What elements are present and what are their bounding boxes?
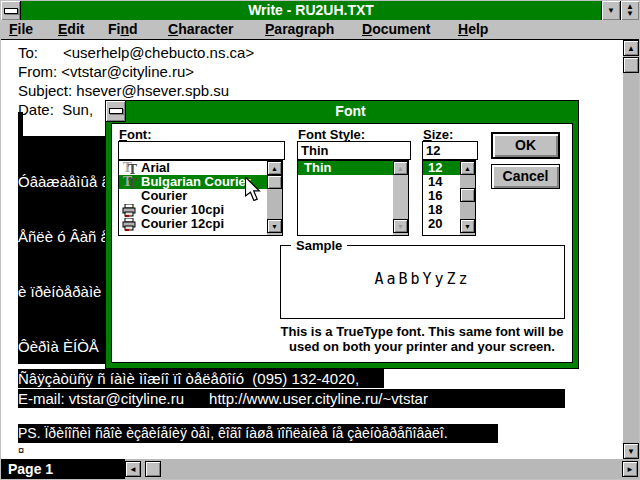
restore-button[interactable]: ▲▼	[620, 1, 639, 20]
font-style-input[interactable]: Thin	[297, 141, 411, 160]
doc-line-subject: Subject: hsever@hsever.spb.su	[18, 82, 229, 99]
mouse-cursor-icon	[245, 177, 261, 205]
scroll-up-button[interactable]: ▲	[460, 161, 475, 175]
dialog-control-menu-button[interactable]	[106, 101, 126, 122]
horizontal-scroll-thumb[interactable]	[145, 461, 161, 477]
vertical-scrollbar[interactable]: ▲ ▼	[623, 40, 639, 459]
minimize-icon: ▼	[607, 6, 615, 15]
truetype-note-line2: used on both your printer and your scree…	[272, 339, 572, 354]
size-list-scroll-thumb[interactable]	[460, 188, 475, 202]
font-style-label: Font Style:	[298, 127, 365, 142]
scroll-down-icon: ▼	[627, 447, 635, 456]
end-of-document-mark: ¤	[18, 444, 24, 456]
selected-text-block: Óâàæàåìûå ã Åñëè ó Âàñ å è ïðèíòåðàìè Ôè…	[18, 136, 105, 364]
menu-character[interactable]: Character	[168, 20, 233, 38]
scroll-left-icon: ◄	[129, 465, 137, 474]
font-dialog: Font Font: Bulgarian Courier Arial Bulga…	[105, 100, 579, 369]
scroll-down-button[interactable]: ▼	[460, 219, 475, 233]
doc-line-from: From: <vtstar@cityline.ru>	[18, 63, 194, 80]
control-menu-button[interactable]	[1, 1, 21, 20]
scroll-up-icon: ▲	[464, 165, 471, 172]
scroll-right-button[interactable]: ►	[622, 461, 638, 477]
scroll-up-icon: ▲	[271, 165, 278, 172]
window-title: Write - RU2UH.TXT	[21, 1, 601, 20]
scroll-up-icon: ▲	[627, 44, 635, 53]
size-input[interactable]: 12	[422, 141, 478, 160]
vertical-scroll-thumb[interactable]	[623, 57, 639, 73]
font-list-scrollbar[interactable]: ▲ ▼	[267, 161, 282, 235]
dialog-content: Font: Bulgarian Courier Arial Bulgarian …	[111, 123, 573, 363]
scroll-right-icon: ►	[626, 465, 634, 474]
selected-email-line: E-mail: vtstar@cityline.ru http://www.us…	[18, 389, 565, 408]
menu-paragraph[interactable]: Paragraph	[265, 20, 334, 38]
restore-icon: ▲▼	[621, 1, 639, 17]
font-list-scroll-thumb[interactable]	[267, 175, 282, 189]
scroll-up-icon: ▲	[397, 165, 404, 172]
scroll-up-button[interactable]: ▲	[623, 40, 639, 56]
font-list-item[interactable]: Arial	[119, 161, 282, 175]
scroll-down-button[interactable]: ▼	[267, 219, 282, 233]
menu-file[interactable]: File	[9, 20, 33, 38]
truetype-note-line1: This is a TrueType font. This same font …	[272, 324, 572, 339]
sample-preview-text: AaBbYyZz	[281, 270, 564, 288]
font-style-listbox[interactable]: Thin ▲ ▼	[297, 160, 409, 236]
font-label: Font:	[119, 127, 152, 142]
size-label: Size:	[423, 127, 453, 142]
selection-mark	[18, 112, 23, 136]
font-list-item[interactable]: Courier 12cpi	[119, 217, 282, 231]
font-input[interactable]: Bulgarian Courier	[118, 141, 285, 160]
scroll-down-icon: ▼	[464, 223, 471, 230]
doc-line-date: Date: Sun,	[18, 101, 93, 118]
scroll-up-disabled-button: ▲	[393, 161, 408, 175]
menu-bar: File Edit Find Character Paragraph Docum…	[1, 20, 639, 40]
sample-group: Sample AaBbYyZz	[280, 245, 565, 319]
printer-icon	[122, 218, 141, 231]
selected-phone-line: Ñâÿçàòüñÿ ñ íàìè ìîæíî ïî òåëåôîíó (095)…	[18, 369, 384, 388]
cancel-button[interactable]: Cancel	[491, 164, 560, 189]
style-list-scrollbar: ▲ ▼	[393, 161, 408, 235]
horizontal-scrollbar[interactable]: ◄ ►	[125, 459, 639, 479]
menu-document[interactable]: Document	[362, 20, 430, 38]
title-bar[interactable]: Write - RU2UH.TXT ▼ ▲▼	[1, 1, 639, 20]
truetype-icon	[122, 162, 139, 175]
dialog-control-menu-icon	[109, 108, 123, 114]
sample-group-label: Sample	[291, 238, 347, 253]
printer-icon	[122, 204, 141, 217]
dialog-title[interactable]: Font	[125, 101, 576, 121]
doc-line-to: To: <userhelp@chebucto.ns.ca>	[18, 44, 254, 61]
scroll-down-button[interactable]: ▼	[623, 443, 639, 459]
scroll-down-icon: ▼	[397, 223, 404, 230]
selected-ps-line: PS. Ïðèíîñèì ñâîè èçâèíåíèÿ òåì, êîãî íà…	[18, 424, 498, 443]
menu-help[interactable]: Help	[458, 20, 488, 38]
minimize-button[interactable]: ▼	[601, 1, 620, 20]
font-list-item[interactable]: Courier 10cpi	[119, 203, 282, 217]
scroll-left-button[interactable]: ◄	[125, 461, 141, 477]
size-list-scrollbar[interactable]: ▲ ▼	[460, 161, 475, 235]
scroll-down-icon: ▼	[271, 223, 278, 230]
scroll-down-disabled-button: ▼	[393, 219, 408, 233]
ok-button[interactable]: OK	[491, 132, 560, 159]
menu-find[interactable]: Find	[108, 20, 138, 38]
truetype-icon	[122, 176, 139, 189]
write-window: Write - RU2UH.TXT ▼ ▲▼ File Edit Find Ch…	[0, 0, 640, 480]
control-menu-icon	[4, 8, 18, 14]
scroll-up-button[interactable]: ▲	[267, 161, 282, 175]
page-status: Page 1	[1, 459, 125, 479]
size-listbox[interactable]: 12 14 16 18 20 ▲ ▼	[422, 160, 476, 236]
style-list-item-selected[interactable]: Thin	[298, 161, 408, 175]
menu-edit[interactable]: Edit	[58, 20, 84, 38]
